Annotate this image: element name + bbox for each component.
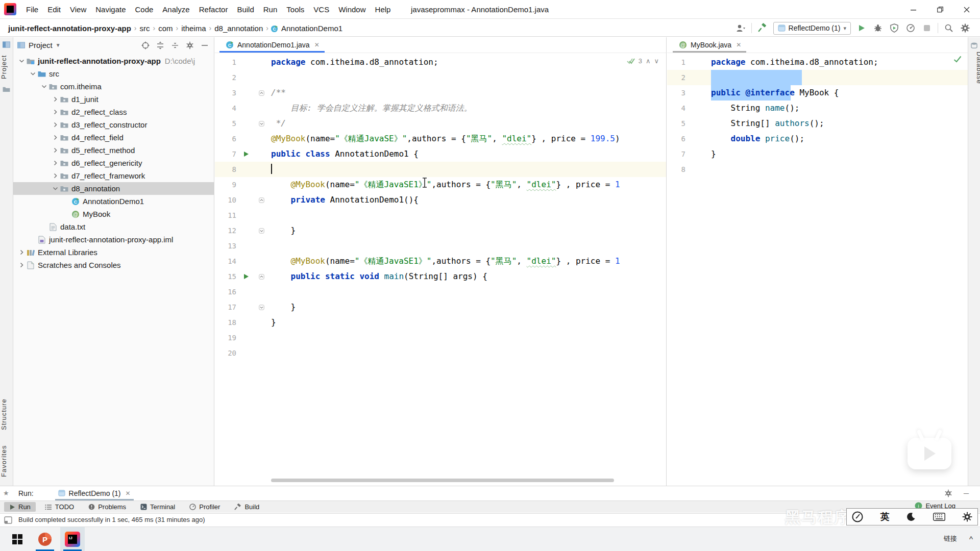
tree-item-mybook[interactable]: @MyBook [13,208,214,220]
tree-chevron-icon[interactable] [17,57,26,65]
tree-chevron-icon[interactable] [51,146,60,155]
prev-problem-icon[interactable]: ∧ [646,57,651,65]
user-account-icon[interactable] [735,22,746,34]
code-line-3[interactable]: 3public @interface MyBook { [667,85,968,101]
tree-chevron-icon[interactable] [51,184,60,193]
debug-button[interactable] [872,22,884,34]
project-tool-icon[interactable] [3,41,10,48]
code-line-18[interactable]: 18} [215,315,666,330]
tray-link-label[interactable]: 链接 [944,534,957,543]
code-line-19[interactable]: 19 [215,330,666,345]
tree-item-external-libraries[interactable]: External Libraries [13,246,214,259]
tab-close-icon[interactable]: ✕ [126,490,131,497]
moon-icon[interactable] [906,512,916,521]
menu-edit[interactable]: Edit [43,0,65,19]
code-editor-left[interactable]: 1package com.itheima.d8_annotation;23/**… [215,53,666,361]
minimize-button[interactable] [900,0,927,19]
ime-settings-gear-icon[interactable] [962,512,972,522]
fold-marker-icon[interactable] [256,192,267,208]
tree-item-scratches-and-consoles[interactable]: Scratches and Consoles [13,259,214,271]
tree-item-com-itheima[interactable]: com.itheima [13,80,214,93]
next-problem-icon[interactable]: ∨ [654,57,659,65]
expand-all-icon[interactable] [156,41,164,49]
code-line-15[interactable]: 15 public static void main(String[] args… [215,269,666,284]
project-panel-title[interactable]: Project [29,41,53,49]
tree-item-d8-annotation[interactable]: d8_annotation [13,182,214,195]
code-line-2[interactable]: 2 [215,70,666,85]
code-line-4[interactable]: 4 目标: 学会自定义注解。掌握其定义格式和语法。 [215,101,666,116]
code-line-12[interactable]: 12 } [215,223,666,238]
tree-item-d2-reflect-class[interactable]: d2_reflect_class [13,106,214,118]
code-line-13[interactable]: 13 [215,238,666,254]
run-tab[interactable]: ReflectDemo (1) ✕ [55,486,134,500]
bottom-bar-profiler[interactable]: Profiler [184,502,225,512]
tree-item-src[interactable]: src [13,67,214,80]
locate-file-icon[interactable] [141,41,150,49]
taskbar-powerpoint-button[interactable]: P [33,527,57,551]
menu-view[interactable]: View [65,0,91,19]
tab-close-icon[interactable]: ✕ [736,41,741,48]
code-line-7[interactable]: 7} [667,146,968,162]
settings-gear-icon[interactable] [960,22,971,34]
code-line-11[interactable]: 11 [215,208,666,223]
tree-item-d6-reflect-genericity[interactable]: d6_reflect_genericity [13,157,214,169]
tree-chevron-icon[interactable] [51,120,60,129]
menu-refactor[interactable]: Refactor [194,0,233,19]
menu-tools[interactable]: Tools [282,0,309,19]
stripe-label-database[interactable]: Database [971,52,980,87]
hide-panel-icon[interactable]: ─ [964,489,969,497]
code-line-1[interactable]: 1package com.itheima.d8_annotation; [667,55,968,70]
search-everywhere-icon[interactable] [943,22,954,34]
code-line-16[interactable]: 16 [215,284,666,299]
tree-chevron-icon[interactable] [17,261,26,269]
status-message[interactable]: Build completed successfully in 1 sec, 4… [18,516,205,523]
menu-code[interactable]: Code [130,0,158,19]
tree-item-d4-reflect-field[interactable]: d4_reflect_field [13,131,214,144]
tree-chevron-icon[interactable] [51,159,60,167]
menu-vcs[interactable]: VCS [309,0,334,19]
code-line-17[interactable]: 17 } [215,299,666,315]
code-line-8[interactable]: 8 [215,162,666,177]
run-with-coverage-button[interactable] [889,22,900,34]
bottom-bar-problems[interactable]: Problems [83,502,131,512]
stripe-label-structure[interactable]: Structure [0,397,13,431]
tree-chevron-icon[interactable] [51,95,60,104]
tool-windows-toggle-icon[interactable] [4,516,12,524]
menu-help[interactable]: Help [371,0,396,19]
code-line-3[interactable]: 3/** [215,85,666,101]
keyboard-icon[interactable] [933,513,945,521]
code-line-7[interactable]: 7public class AnnotationDemo1 { [215,146,666,162]
tab-annotationdemo1[interactable]: C AnnotationDemo1.java ✕ [219,37,325,53]
horizontal-scrollbar[interactable] [271,479,614,482]
code-line-4[interactable]: 4 String name(); [667,101,968,116]
code-line-6[interactable]: 6@MyBook(name="《精通JavaSE》",authors = {"黑… [215,131,666,146]
menu-file[interactable]: File [21,0,43,19]
star-icon[interactable]: ★ [3,489,9,497]
code-line-6[interactable]: 6 double price(); [667,131,968,146]
breadcrumb-item[interactable]: itheima [181,24,206,33]
maximize-button[interactable] [927,0,953,19]
tree-item-data-txt[interactable]: data.txt [13,220,214,233]
menu-run[interactable]: Run [259,0,282,19]
tray-chevron-icon[interactable]: ^ [969,535,973,543]
tree-item-annotationdemo1[interactable]: CAnnotationDemo1 [13,195,214,208]
taskbar-intellij-button[interactable]: IJ [60,527,85,551]
tree-chevron-icon[interactable] [51,108,60,116]
breadcrumb-item[interactable]: src [140,24,150,33]
code-line-5[interactable]: 5 String[] authors(); [667,116,968,131]
run-line-icon[interactable] [236,146,256,162]
code-line-10[interactable]: 10 private AnnotationDemo1(){ [215,192,666,208]
tree-chevron-icon[interactable] [51,133,60,142]
stop-button[interactable] [921,22,933,34]
code-line-8[interactable]: 8 [667,162,968,177]
start-button[interactable] [5,527,30,551]
fold-marker-icon[interactable] [256,223,267,238]
build-hammer-icon[interactable] [757,22,768,34]
run-line-icon[interactable] [236,269,256,284]
chevron-down-icon[interactable]: ▼ [56,42,61,48]
tab-mybook[interactable]: @ MyBook.java ✕ [673,37,746,53]
run-button[interactable] [856,22,867,34]
tree-chevron-icon[interactable] [29,69,37,78]
bottom-bar-terminal[interactable]: Terminal [135,502,180,512]
database-icon[interactable] [971,42,977,48]
